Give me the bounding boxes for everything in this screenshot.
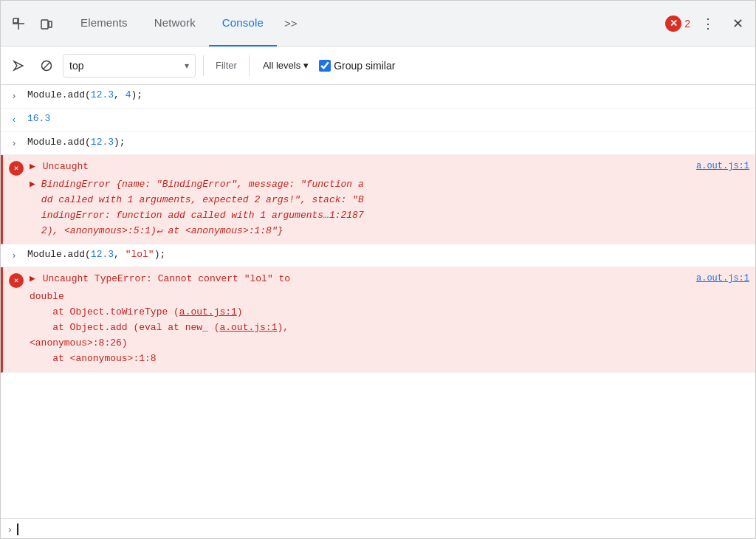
source-link-2[interactable]: a.out.js:1 [696, 272, 749, 286]
error-expand-icon[interactable]: ▶ [30, 161, 35, 172]
clear-console-button[interactable] [7, 54, 30, 78]
more-options-button[interactable]: ⋮ [696, 12, 720, 35]
error-circle-icon-2: ✕ [9, 273, 24, 288]
context-selector[interactable]: top ▾ [63, 54, 196, 78]
result-value: 16.3 [27, 113, 50, 124]
svg-marker-5 [14, 61, 23, 70]
close-devtools-button[interactable]: ✕ [726, 12, 749, 35]
error-title: Uncaught [43, 161, 89, 172]
console-input-line: › [1, 518, 755, 539]
console-entry-4: › Module.add(12.3, "lol"); [1, 244, 755, 268]
console-entry-1: › Module.add(12.3, 4); [1, 85, 755, 109]
error2-expand-icon[interactable]: ▶ [30, 273, 35, 284]
tab-right-controls: ✕ 2 ⋮ ✕ [665, 12, 749, 35]
tab-more-button[interactable]: >> [277, 11, 305, 35]
error2-line5: at <anonymous>:1:8 [30, 351, 289, 367]
block-icon-button[interactable] [35, 54, 58, 78]
command-text: Module.add(12.3, 4); [27, 89, 142, 100]
command-text: Module.add(12.3, "lol"); [27, 249, 165, 260]
error2-line3: at Object.add (eval at new_ (a.out.js:1)… [30, 320, 289, 336]
filter-label: Filter [211, 60, 241, 71]
error2-title: Uncaught TypeError: Cannot convert "lol"… [43, 273, 290, 284]
svg-rect-3 [41, 20, 48, 29]
log-levels-button[interactable]: All levels ▾ [257, 57, 315, 74]
toolbar: top ▾ Filter All levels ▾ Group similar [1, 47, 755, 85]
tab-network[interactable]: Network [141, 1, 209, 47]
chevron-down-icon: ▾ [185, 61, 189, 71]
levels-chevron-icon: ▾ [303, 60, 309, 71]
device-toolbar-button[interactable] [35, 12, 58, 35]
console-error-1: ✕ ▶ Uncaught a.out.js:1 ▶ BindingError {… [1, 155, 755, 244]
group-similar-label: Group similar [334, 60, 395, 72]
svg-rect-4 [49, 21, 52, 27]
error-circle-icon: ✕ [9, 161, 24, 176]
tab-bar: Elements Network Console >> ✕ 2 ⋮ ✕ [1, 1, 755, 47]
source-link[interactable]: a.out.js:1 [696, 159, 749, 174]
context-value: top [69, 60, 182, 72]
error2-line2: at Object.toWireType (a.out.js:1) [30, 305, 289, 320]
error-badge: ✕ 2 [665, 16, 690, 32]
expand-icon[interactable]: › [11, 89, 17, 105]
expand-icon[interactable]: › [11, 249, 17, 264]
error-expand-detail-icon[interactable]: ▶ [30, 179, 35, 190]
group-similar-input[interactable] [319, 60, 331, 72]
console-error-2: ✕ ▶ Uncaught TypeError: Cannot convert "… [1, 267, 755, 373]
console-entry-2: ‹ 16.3 [1, 109, 755, 132]
result-arrow-icon: ‹ [11, 113, 17, 128]
svg-line-7 [43, 62, 50, 69]
error2-line1: double [30, 289, 289, 305]
devtools-icons [7, 12, 58, 35]
expand-icon[interactable]: › [11, 137, 17, 152]
error-count-icon: ✕ [665, 16, 681, 32]
input-prompt-icon: › [7, 523, 13, 535]
command-text: Module.add(12.3); [27, 137, 126, 148]
tab-console[interactable]: Console [209, 1, 277, 47]
error-detail: BindingError {name: "BindingError", mess… [41, 179, 364, 236]
console-entry-3: › Module.add(12.3); [1, 132, 755, 156]
svg-rect-0 [13, 18, 18, 23]
inspect-element-button[interactable] [7, 12, 30, 35]
levels-label: All levels [263, 60, 300, 71]
main-area: top ▾ Filter All levels ▾ Group similar … [1, 47, 755, 539]
console-output: › Module.add(12.3, 4); ‹ 16.3 › Module.a… [1, 85, 755, 518]
group-similar-checkbox[interactable]: Group similar [319, 60, 395, 72]
cursor [17, 523, 18, 535]
error2-line4: <anonymous>:8:26) [30, 336, 289, 351]
tab-elements[interactable]: Elements [67, 1, 141, 47]
